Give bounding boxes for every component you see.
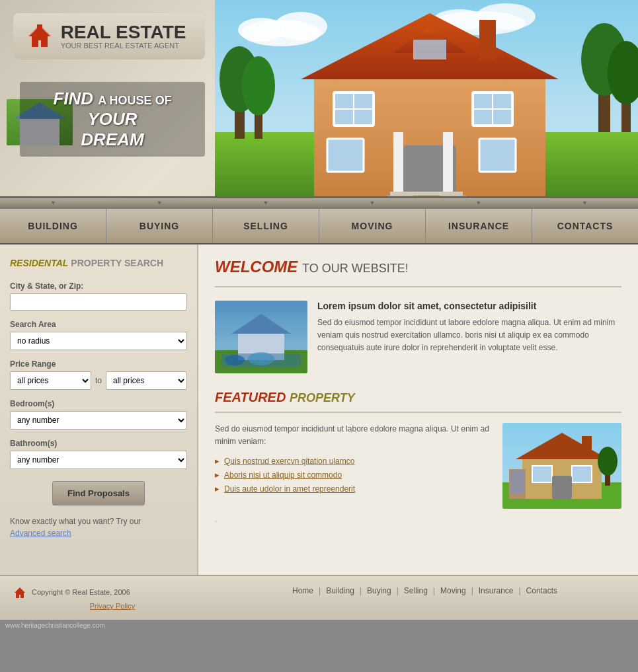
advanced-text: Know exactly what you want? Try our Adva… (10, 515, 187, 539)
featured-link-item: Quis nostrud exercvn qitation ulamco (215, 456, 493, 466)
city-input[interactable] (10, 293, 187, 311)
featured-link-2[interactable]: Aboris nisi ut aliquip sit commodo (224, 470, 342, 480)
svg-rect-22 (413, 40, 446, 59)
featured-divider (215, 412, 621, 413)
tagline-line2: DREAM (30, 130, 195, 150)
price-min-select[interactable]: all prices 50,000 100,000 200,000 500,00… (10, 371, 91, 390)
featured-link-1[interactable]: Quis nostrud exercvn qitation ulamco (224, 457, 354, 466)
featured-image (502, 423, 621, 509)
svg-rect-23 (479, 20, 496, 59)
logo-title: REAL ESTATE YOUR BEST REAL ESTATE AGENT (61, 23, 186, 50)
bathroom-label: Bathroom(s) (10, 439, 187, 448)
bedroom-select[interactable]: any number 1 2 3 4 5+ (10, 411, 187, 429)
sidebar: RESIDENTAL PROPERTY SEARCH City & State,… (0, 244, 198, 575)
advanced-search-link[interactable]: Advanced search (10, 529, 71, 538)
svg-rect-39 (413, 195, 440, 198)
svg-rect-30 (327, 139, 364, 172)
svg-marker-60 (15, 587, 25, 598)
svg-point-59 (598, 447, 618, 476)
welcome-divider (215, 286, 621, 287)
featured-desc: Sed do eiusmod tempor incididunt ut labo… (215, 423, 493, 448)
svg-rect-54 (572, 466, 592, 482)
nav-deco-item: ▼ (106, 198, 213, 207)
area-label: Search Area (10, 320, 187, 329)
sidebar-title-normal: PROPERTY SEARCH (71, 258, 163, 268)
footer-nav-building[interactable]: Building (326, 586, 354, 595)
footer-nav-moving[interactable]: Moving (440, 586, 466, 595)
nav-item-buying[interactable]: BUYING (106, 209, 213, 243)
bedroom-form-group: Bedroom(s) any number 1 2 3 4 5+ (10, 399, 187, 429)
footer-copyright: Copyright © Real Estate, 2006 (32, 588, 130, 596)
tagline-line1: FIND A HOUSE OF YOUR (30, 89, 195, 130)
nav-item-contacts[interactable]: CONTACTS (532, 209, 638, 243)
footer-nav-selling[interactable]: Selling (404, 586, 428, 595)
sidebar-title: RESIDENTAL PROPERTY SEARCH (10, 258, 187, 268)
find-proposals-button[interactable]: Find Proposals (52, 481, 145, 505)
svg-rect-55 (552, 476, 572, 499)
featured-text: Sed do eiusmod tempor incididunt ut labo… (215, 423, 493, 509)
welcome-title: WELCOME TO OUR WEBSITE! (215, 258, 621, 276)
svg-point-46 (225, 355, 245, 365)
featured-img-svg (502, 423, 621, 509)
main-content: RESIDENTAL PROPERTY SEARCH City & State,… (0, 244, 638, 575)
nav-item-moving[interactable]: MOVING (319, 209, 426, 243)
welcome-rest: TO OUR WEBSITE! (302, 262, 409, 275)
footer-logo-icon (13, 586, 26, 599)
price-max-select[interactable]: all prices 50,000 100,000 200,000 500,00… (106, 371, 187, 390)
featured-link-3[interactable]: Duis aute udolor in amet repreenderit (224, 484, 355, 494)
svg-rect-34 (393, 132, 403, 198)
nav-deco-item: ▼ (425, 198, 532, 207)
price-row: all prices 50,000 100,000 200,000 500,00… (10, 371, 187, 390)
watermark: www.heritagechristiancollege.com (0, 620, 638, 631)
welcome-img-svg (215, 301, 307, 373)
featured-sub: PROPERTY (290, 391, 355, 404)
area-form-group: Search Area no radius 5 miles 10 miles 2… (10, 320, 187, 350)
svg-rect-31 (479, 139, 516, 172)
nav-deco-item: ▼ (213, 198, 319, 207)
bathroom-select[interactable]: any number 1 2 3 4 (10, 451, 187, 469)
welcome-section: Lorem ipsum dolor sit amet, consectetur … (215, 301, 621, 373)
area-select[interactable]: no radius 5 miles 10 miles 25 miles 50 m… (10, 332, 187, 350)
nav-deco-item: ▼ (0, 198, 106, 207)
footer-nav: Home | Building | Buying | Selling | Mov… (225, 586, 625, 595)
sidebar-title-highlight: RESIDENTAL (10, 258, 68, 268)
dot-separator: . (215, 515, 621, 523)
footer-left: Copyright © Real Estate, 2006 Privacy Po… (13, 586, 212, 610)
svg-rect-53 (532, 466, 552, 482)
welcome-image (215, 301, 307, 373)
featured-link-item: Aboris nisi ut aliquip sit commodo (215, 470, 493, 480)
header: REAL ESTATE YOUR BEST REAL ESTATE AGENT … (0, 0, 638, 198)
main-nav: BUILDING BUYING SELLING MOVING INSURANCE… (0, 207, 638, 244)
nav-item-selling[interactable]: SELLING (213, 209, 319, 243)
city-label: City & State, or Zip: (10, 281, 187, 291)
logo-icon (26, 23, 53, 50)
city-form-group: City & State, or Zip: (10, 281, 187, 311)
content-area: WELCOME TO OUR WEBSITE! (198, 244, 638, 575)
nav-item-building[interactable]: BUILDING (0, 209, 106, 243)
header-tagline: FIND A HOUSE OF YOUR DREAM (20, 82, 205, 157)
bedroom-label: Bedroom(s) (10, 399, 187, 408)
featured-links: Quis nostrud exercvn qitation ulamco Abo… (215, 456, 493, 494)
footer-nav-home[interactable]: Home (292, 586, 313, 595)
footer-nav-buying[interactable]: Buying (367, 586, 391, 595)
welcome-text: Lorem ipsum dolor sit amet, consectetur … (317, 301, 621, 373)
svg-rect-40 (417, 197, 436, 198)
nav-deco-item: ▼ (532, 198, 638, 207)
svg-point-47 (248, 352, 274, 365)
svg-rect-52 (582, 436, 592, 456)
welcome-highlight: WELCOME (215, 258, 298, 276)
footer-nav-insurance[interactable]: Insurance (479, 586, 514, 595)
featured-title: FEATURED PROPERTY (215, 390, 621, 405)
footer-privacy-link[interactable]: Privacy Policy (13, 602, 212, 610)
nav-deco: ▼ ▼ ▼ ▼ ▼ ▼ (0, 198, 638, 207)
footer-nav-contacts[interactable]: Contacts (526, 586, 557, 595)
nav-item-insurance[interactable]: INSURANCE (426, 209, 532, 243)
price-to-label: to (95, 376, 102, 385)
svg-rect-57 (510, 470, 524, 494)
price-label: Price Range (10, 359, 187, 369)
svg-marker-2 (28, 24, 52, 36)
house-illustration (215, 0, 638, 198)
featured-link-item: Duis aute udolor in amet repreenderit (215, 484, 493, 494)
svg-rect-35 (443, 132, 453, 198)
lorem-body: Sed do eiusmod tempor incididunt ut labo… (317, 317, 621, 355)
